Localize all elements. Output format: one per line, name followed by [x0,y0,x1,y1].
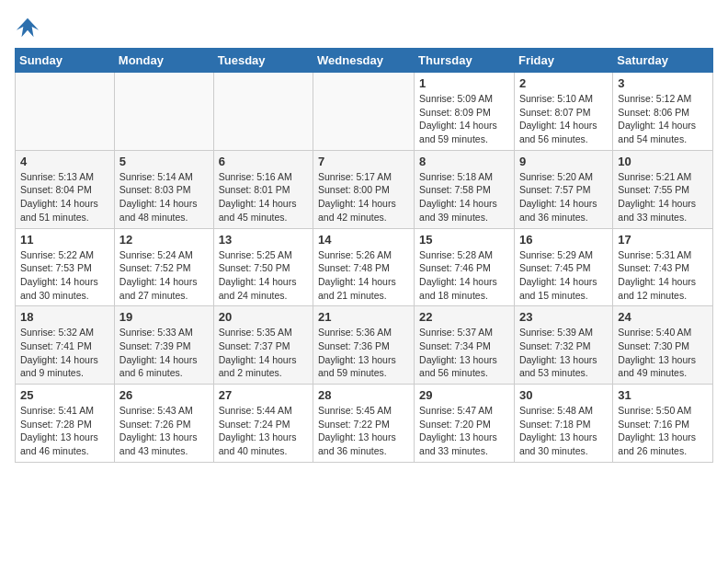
day-info: Sunrise: 5:09 AM Sunset: 8:09 PM Dayligh… [419,92,509,146]
day-info: Sunrise: 5:25 AM Sunset: 7:50 PM Dayligh… [219,248,308,303]
day-number: 11 [20,233,109,247]
calendar-cell: 20Sunrise: 5:35 AM Sunset: 7:37 PM Dayli… [213,306,313,385]
calendar-cell: 30Sunrise: 5:48 AM Sunset: 7:18 PM Dayli… [514,385,612,463]
day-number: 26 [119,388,209,402]
day-number: 3 [618,76,708,90]
day-number: 2 [519,76,608,90]
day-number: 28 [318,388,409,402]
day-info: Sunrise: 5:26 AM Sunset: 7:48 PM Dayligh… [318,248,409,303]
calendar-cell: 10Sunrise: 5:21 AM Sunset: 7:55 PM Dayli… [613,150,713,228]
day-info: Sunrise: 5:32 AM Sunset: 7:41 PM Dayligh… [20,326,109,380]
calendar-week-row: 1Sunrise: 5:09 AM Sunset: 8:09 PM Daylig… [16,73,713,151]
day-info: Sunrise: 5:16 AM Sunset: 8:01 PM Dayligh… [219,170,308,224]
day-number: 22 [419,310,509,324]
calendar-cell: 28Sunrise: 5:45 AM Sunset: 7:22 PM Dayli… [313,385,415,463]
day-number: 1 [419,76,509,90]
day-info: Sunrise: 5:47 AM Sunset: 7:20 PM Dayligh… [419,404,509,458]
day-info: Sunrise: 5:22 AM Sunset: 7:53 PM Dayligh… [20,248,109,303]
day-info: Sunrise: 5:31 AM Sunset: 7:43 PM Dayligh… [618,248,708,303]
calendar-cell: 1Sunrise: 5:09 AM Sunset: 8:09 PM Daylig… [415,73,515,151]
calendar-cell [114,73,213,151]
calendar-cell: 24Sunrise: 5:40 AM Sunset: 7:30 PM Dayli… [613,306,713,385]
calendar-header-row: SundayMondayTuesdayWednesdayThursdayFrid… [16,49,713,73]
day-number: 25 [20,388,109,402]
calendar-cell: 8Sunrise: 5:18 AM Sunset: 7:58 PM Daylig… [415,150,515,228]
calendar-cell: 26Sunrise: 5:43 AM Sunset: 7:26 PM Dayli… [114,385,213,463]
day-number: 10 [618,155,708,168]
calendar-cell [16,73,115,151]
day-of-week-wednesday: Wednesday [313,49,415,73]
day-of-week-friday: Friday [514,49,612,73]
day-number: 9 [519,155,608,168]
calendar-cell: 4Sunrise: 5:13 AM Sunset: 8:04 PM Daylig… [16,150,115,228]
calendar-cell: 17Sunrise: 5:31 AM Sunset: 7:43 PM Dayli… [613,228,713,306]
logo [15,15,44,40]
day-number: 29 [419,388,509,402]
svg-marker-0 [17,18,39,38]
calendar-cell: 2Sunrise: 5:10 AM Sunset: 8:07 PM Daylig… [514,73,612,151]
calendar-cell: 29Sunrise: 5:47 AM Sunset: 7:20 PM Dayli… [415,385,515,463]
calendar-cell: 22Sunrise: 5:37 AM Sunset: 7:34 PM Dayli… [415,306,515,385]
day-info: Sunrise: 5:50 AM Sunset: 7:16 PM Dayligh… [618,404,708,458]
calendar-cell: 14Sunrise: 5:26 AM Sunset: 7:48 PM Dayli… [313,228,415,306]
day-number: 17 [618,233,708,247]
calendar-cell: 23Sunrise: 5:39 AM Sunset: 7:32 PM Dayli… [514,306,612,385]
day-info: Sunrise: 5:17 AM Sunset: 8:00 PM Dayligh… [318,170,409,224]
day-info: Sunrise: 5:35 AM Sunset: 7:37 PM Dayligh… [219,326,308,380]
day-info: Sunrise: 5:44 AM Sunset: 7:24 PM Dayligh… [219,404,308,458]
day-number: 20 [219,310,308,324]
calendar-cell: 3Sunrise: 5:12 AM Sunset: 8:06 PM Daylig… [613,73,713,151]
calendar-table: SundayMondayTuesdayWednesdayThursdayFrid… [15,48,713,463]
day-number: 31 [618,388,708,402]
day-number: 24 [618,310,708,324]
day-info: Sunrise: 5:39 AM Sunset: 7:32 PM Dayligh… [519,326,608,380]
day-number: 23 [519,310,608,324]
day-info: Sunrise: 5:21 AM Sunset: 7:55 PM Dayligh… [618,170,708,224]
day-number: 14 [318,233,409,247]
day-info: Sunrise: 5:43 AM Sunset: 7:26 PM Dayligh… [119,404,209,458]
day-number: 5 [119,155,209,168]
day-info: Sunrise: 5:33 AM Sunset: 7:39 PM Dayligh… [119,326,209,380]
day-info: Sunrise: 5:13 AM Sunset: 8:04 PM Dayligh… [20,170,109,224]
day-info: Sunrise: 5:14 AM Sunset: 8:03 PM Dayligh… [119,170,209,224]
day-of-week-saturday: Saturday [613,49,713,73]
day-number: 15 [419,233,509,247]
calendar-cell: 7Sunrise: 5:17 AM Sunset: 8:00 PM Daylig… [313,150,415,228]
day-number: 12 [119,233,209,247]
day-info: Sunrise: 5:12 AM Sunset: 8:06 PM Dayligh… [618,92,708,146]
day-of-week-monday: Monday [114,49,213,73]
day-info: Sunrise: 5:37 AM Sunset: 7:34 PM Dayligh… [419,326,509,380]
day-number: 19 [119,310,209,324]
day-number: 27 [219,388,308,402]
calendar-week-row: 4Sunrise: 5:13 AM Sunset: 8:04 PM Daylig… [16,150,713,228]
day-info: Sunrise: 5:41 AM Sunset: 7:28 PM Dayligh… [20,404,109,458]
calendar-cell [313,73,415,151]
calendar-cell [213,73,313,151]
calendar-cell: 12Sunrise: 5:24 AM Sunset: 7:52 PM Dayli… [114,228,213,306]
day-number: 8 [419,155,509,168]
calendar-week-row: 18Sunrise: 5:32 AM Sunset: 7:41 PM Dayli… [16,306,713,385]
day-number: 18 [20,310,109,324]
day-info: Sunrise: 5:40 AM Sunset: 7:30 PM Dayligh… [618,326,708,380]
day-info: Sunrise: 5:48 AM Sunset: 7:18 PM Dayligh… [519,404,608,458]
day-number: 21 [318,310,409,324]
logo-icon [15,15,40,40]
calendar-cell: 5Sunrise: 5:14 AM Sunset: 8:03 PM Daylig… [114,150,213,228]
calendar-cell: 21Sunrise: 5:36 AM Sunset: 7:36 PM Dayli… [313,306,415,385]
day-info: Sunrise: 5:29 AM Sunset: 7:45 PM Dayligh… [519,248,608,303]
calendar-cell: 13Sunrise: 5:25 AM Sunset: 7:50 PM Dayli… [213,228,313,306]
day-number: 4 [20,155,109,168]
calendar-cell: 19Sunrise: 5:33 AM Sunset: 7:39 PM Dayli… [114,306,213,385]
day-info: Sunrise: 5:36 AM Sunset: 7:36 PM Dayligh… [318,326,409,380]
calendar-week-row: 11Sunrise: 5:22 AM Sunset: 7:53 PM Dayli… [16,228,713,306]
day-info: Sunrise: 5:24 AM Sunset: 7:52 PM Dayligh… [119,248,209,303]
calendar-cell: 15Sunrise: 5:28 AM Sunset: 7:46 PM Dayli… [415,228,515,306]
day-number: 16 [519,233,608,247]
page-header [15,15,713,40]
calendar-cell: 31Sunrise: 5:50 AM Sunset: 7:16 PM Dayli… [613,385,713,463]
calendar-cell: 25Sunrise: 5:41 AM Sunset: 7:28 PM Dayli… [16,385,115,463]
calendar-cell: 9Sunrise: 5:20 AM Sunset: 7:57 PM Daylig… [514,150,612,228]
day-number: 6 [219,155,308,168]
day-info: Sunrise: 5:18 AM Sunset: 7:58 PM Dayligh… [419,170,509,224]
day-info: Sunrise: 5:20 AM Sunset: 7:57 PM Dayligh… [519,170,608,224]
